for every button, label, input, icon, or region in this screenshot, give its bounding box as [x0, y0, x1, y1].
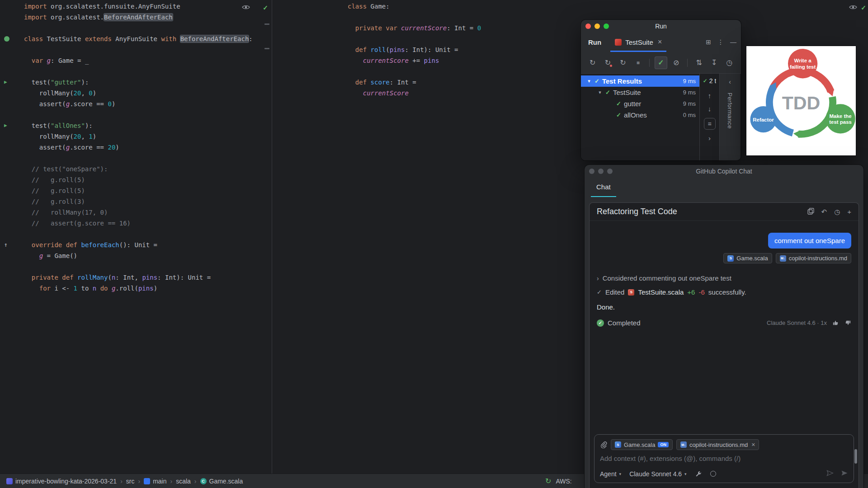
tab-chat[interactable]: Chat	[591, 177, 616, 197]
next-test-icon[interactable]: ↓	[708, 105, 712, 113]
scrollbar-thumb[interactable]	[854, 449, 857, 464]
user-message-bubble[interactable]: comment out oneSpare	[768, 233, 851, 249]
inspections-eye-icon[interactable]	[242, 4, 250, 12]
code-line[interactable]	[0, 23, 272, 33]
more-options-icon[interactable]: ⋮	[717, 38, 724, 46]
context-chip[interactable]: SGame.scalaON	[611, 439, 673, 450]
code-line[interactable]: // g.roll(3)	[0, 196, 272, 207]
code-line[interactable]: // g.roll(5)	[0, 185, 272, 196]
code-line[interactable]: ▶ test("gutter"):	[0, 77, 272, 88]
rerun-failed-icon[interactable]: ↻	[602, 56, 614, 69]
hide-window-icon[interactable]: —	[730, 38, 736, 46]
undo-icon[interactable]: ↶	[821, 208, 827, 216]
code-line[interactable]	[0, 66, 272, 77]
breadcrumb-item[interactable]: CGame.scala	[200, 478, 243, 485]
stop-icon[interactable]: ■	[632, 56, 645, 69]
tools-icon[interactable]	[695, 470, 702, 478]
context-chip[interactable]: M↓copilot-instructions.md	[776, 253, 851, 263]
code-line[interactable]: rollMany(20, 1)	[0, 131, 272, 142]
code-line[interactable]: assert(g.score == 20)	[0, 142, 272, 153]
import-results-icon[interactable]: ↧	[708, 56, 721, 69]
inspections-ok-icon[interactable]: ✓	[263, 4, 268, 11]
code-line[interactable]	[0, 261, 272, 272]
tab-performance[interactable]: Performance	[726, 93, 733, 129]
minimize-window-button[interactable]	[598, 169, 604, 174]
mode-dropdown[interactable]: Agent ▾	[600, 470, 621, 478]
run-icon[interactable]: ▶	[4, 120, 7, 131]
tab-testsuite[interactable]: TestSuite ×	[610, 32, 666, 52]
test-tree-row[interactable]: ▾✓TestSuite9 ms	[581, 87, 699, 98]
inspections-eye-icon[interactable]	[849, 4, 857, 12]
code-line[interactable]	[0, 44, 272, 55]
code-editor-testsuite[interactable]: import org.scalatest.funsuite.AnyFunSuit…	[0, 1, 272, 294]
code-line[interactable]: assert(g.score == 0)	[0, 99, 272, 109]
thumbs-up-icon[interactable]	[832, 319, 839, 326]
context-chip[interactable]: SGame.scala	[723, 253, 772, 263]
code-line[interactable]: ▶ test("allOnes"):	[0, 120, 272, 131]
thumbs-down-icon[interactable]	[844, 319, 851, 326]
close-tab-icon[interactable]: ×	[658, 38, 662, 46]
attach-icon[interactable]	[600, 441, 607, 448]
test-tree-row[interactable]: ▾✓Test Results9 ms	[581, 75, 699, 87]
code-line[interactable]: // test("oneSpare"):	[0, 164, 272, 174]
send-alt-icon[interactable]	[826, 469, 834, 478]
code-line[interactable]: import org.scalatest.BeforeAndAfterEach	[0, 12, 272, 23]
zoom-window-button[interactable]	[604, 23, 609, 29]
close-window-button[interactable]	[585, 23, 591, 29]
code-line[interactable]	[0, 229, 272, 239]
aws-status[interactable]: AWS:	[556, 478, 571, 485]
edited-step[interactable]: ✓ Edited S TestSuite.scala +6 -6 success…	[597, 288, 851, 296]
chat-input-box[interactable]: SGame.scalaONM↓copilot-instructions.md× …	[594, 434, 854, 483]
code-line[interactable]: g = Game()	[0, 250, 272, 261]
send-icon[interactable]	[841, 469, 848, 478]
expand-panel-icon[interactable]: ›	[708, 134, 711, 142]
conversations-icon[interactable]	[807, 208, 814, 216]
code-line[interactable]: class TestSuite extends AnyFunSuite with…	[0, 33, 272, 44]
context-chip[interactable]: M↓copilot-instructions.md×	[676, 439, 760, 450]
considered-step[interactable]: › Considered commenting out oneSpare tes…	[597, 274, 851, 282]
code-line[interactable]: for i <- 1 to n do g.roll(pins)	[0, 283, 272, 294]
code-line[interactable]: class Game:	[348, 1, 868, 12]
code-line[interactable]: // assert(g.score == 16)	[0, 218, 272, 229]
code-line[interactable]: ↑ override def beforeEach(): Unit =	[0, 239, 272, 250]
code-line[interactable]: import org.scalatest.funsuite.AnyFunSuit…	[0, 1, 272, 12]
run-class-icon[interactable]	[4, 36, 9, 42]
sync-icon[interactable]: ↻	[545, 477, 551, 485]
rerun-icon[interactable]: ↻	[586, 56, 599, 69]
collapse-strip-icon[interactable]: ‹	[729, 78, 731, 85]
zoom-window-button[interactable]	[607, 169, 613, 174]
split-icon[interactable]: ⊞	[706, 38, 711, 46]
expand-chevron-icon[interactable]: ▾	[597, 89, 603, 95]
previous-test-icon[interactable]: ↑	[708, 92, 712, 99]
code-line[interactable]: // g.roll(5)	[0, 174, 272, 185]
close-icon[interactable]: ×	[751, 441, 755, 448]
history-icon[interactable]: ◷	[723, 56, 736, 69]
chat-text-input[interactable]	[600, 455, 848, 462]
show-ignored-icon[interactable]: ⊘	[670, 56, 683, 69]
code-line[interactable]	[0, 153, 272, 164]
history-icon[interactable]: ◷	[834, 208, 840, 216]
run-icon[interactable]: ▶	[4, 77, 7, 88]
inspections-ok-icon[interactable]: ✓	[861, 4, 866, 11]
breadcrumb-item[interactable]: imperative-bowling-kata-2026-03-21	[6, 478, 117, 485]
code-line[interactable]: // rollMany(17, 0)	[0, 207, 272, 218]
expand-chevron-icon[interactable]: ▾	[586, 78, 592, 84]
breadcrumb-item[interactable]: main	[144, 478, 166, 485]
sort-icon[interactable]: ⇅	[693, 56, 705, 69]
show-passed-icon[interactable]: ✓	[655, 56, 667, 69]
breadcrumb-item[interactable]: scala	[176, 478, 191, 485]
test-tree-row[interactable]: ✓allOnes0 ms	[581, 109, 699, 121]
minimize-window-button[interactable]	[594, 23, 600, 29]
filter-options-icon[interactable]: ≡	[704, 118, 716, 130]
code-line[interactable]: var g: Game = _	[0, 55, 272, 66]
breadcrumb-item[interactable]: src	[126, 478, 135, 485]
profile-icon[interactable]: ↻	[617, 56, 629, 69]
test-tree-row[interactable]: ✓gutter9 ms	[581, 98, 699, 109]
new-chat-icon[interactable]: +	[847, 208, 851, 216]
close-window-button[interactable]	[589, 169, 594, 174]
status-ring-icon[interactable]	[710, 471, 716, 477]
code-line[interactable]: rollMany(20, 0)	[0, 88, 272, 99]
model-dropdown[interactable]: Claude Sonnet 4.6 ▾	[629, 470, 687, 478]
code-line[interactable]	[0, 109, 272, 120]
override-icon[interactable]: ↑	[4, 239, 8, 250]
